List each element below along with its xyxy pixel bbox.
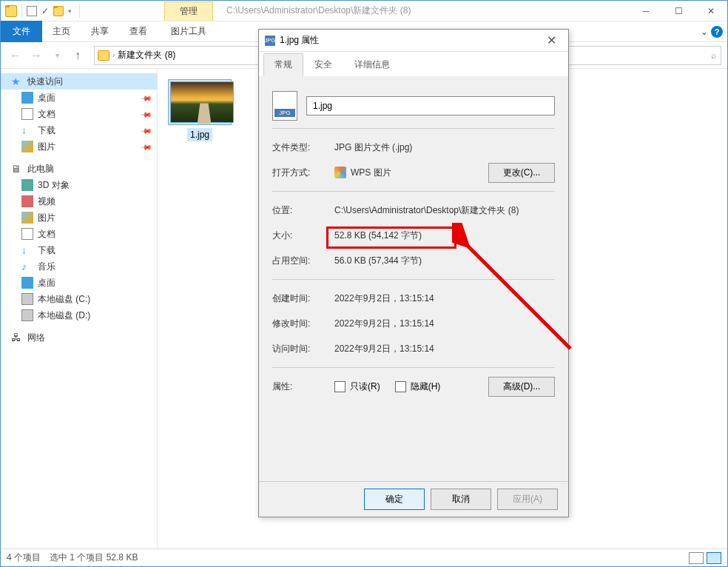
sidebar-label: 本地磁盘 (D:): [38, 309, 90, 322]
tab-details[interactable]: 详细信息: [343, 53, 401, 76]
dialog-tabs: 常规 安全 详细信息: [259, 52, 568, 76]
help-icon[interactable]: ?: [711, 26, 723, 38]
pin-icon: 📌: [141, 124, 152, 136]
sidebar-label: 桌面: [38, 92, 55, 104]
pin-icon: 📌: [141, 108, 152, 120]
sidebar-label: 文档: [38, 228, 55, 241]
modified-value: 2022年9月2日，13:15:14: [334, 318, 555, 330]
cancel-button[interactable]: 取消: [431, 489, 491, 510]
breadcrumb-folder[interactable]: 新建文件夹 (8): [118, 49, 175, 61]
sidebar-label: 音乐: [38, 261, 55, 273]
maximize-button[interactable]: ☐: [662, 1, 695, 21]
sidebar-thispc[interactable]: 🖥此电脑: [1, 161, 157, 177]
search-icon: ⌕: [711, 50, 716, 61]
sidebar-downloads2[interactable]: ↓下载: [1, 242, 157, 258]
video-icon: [21, 195, 33, 207]
sidebar-3d[interactable]: 3D 对象: [1, 177, 157, 193]
sidebar-label: 下载: [38, 244, 55, 257]
thumbnail-view-button[interactable]: [707, 552, 721, 564]
sidebar-downloads[interactable]: ↓下载📌: [1, 122, 157, 138]
sidebar-quick-access[interactable]: ★快速访问: [1, 73, 157, 90]
tab-security[interactable]: 安全: [303, 53, 343, 76]
sidebar-desktop2[interactable]: 桌面: [1, 275, 157, 291]
sidebar-documents2[interactable]: 文档: [1, 226, 157, 242]
sidebar-label: 图片: [38, 212, 55, 224]
properties-icon[interactable]: [27, 6, 37, 16]
dialog-footer: 确定 取消 应用(A): [259, 481, 568, 517]
view-tab[interactable]: 查看: [119, 21, 158, 42]
home-tab[interactable]: 主页: [42, 21, 81, 42]
sidebar: ★快速访问 桌面📌 文档📌 ↓下载📌 图片📌 🖥此电脑 3D 对象 视频 图片 …: [1, 69, 158, 550]
search-box[interactable]: ⌕: [551, 46, 721, 65]
sidebar-music[interactable]: ♪音乐: [1, 258, 157, 275]
dialog-titlebar[interactable]: JPG 1.jpg 属性 ✕: [259, 30, 568, 52]
quick-access-toolbar: ✓ ▾: [1, 4, 87, 18]
sidebar-documents[interactable]: 文档📌: [1, 106, 157, 122]
sidebar-diskc[interactable]: 本地磁盘 (C:): [1, 291, 157, 307]
separator: [272, 191, 555, 192]
wps-icon: [334, 167, 346, 178]
dialog-close-button[interactable]: ✕: [541, 33, 562, 47]
share-tab[interactable]: 共享: [81, 21, 119, 42]
picture-icon: [21, 212, 33, 224]
status-selection: 选中 1 个项目 52.8 KB: [50, 551, 138, 564]
network-icon: 🖧: [11, 332, 23, 343]
ok-button[interactable]: 确定: [364, 489, 425, 510]
sidebar-label: 本地磁盘 (C:): [38, 293, 90, 306]
advanced-button[interactable]: 高级(D)...: [488, 377, 555, 397]
details-view-button[interactable]: [689, 552, 704, 564]
ribbon-expand-icon[interactable]: ⌄: [701, 27, 708, 37]
thumbnail-image: [170, 81, 234, 123]
jpg-icon: JPG: [265, 36, 275, 46]
status-item-count: 4 个项目: [7, 551, 41, 564]
created-label: 创建时间:: [272, 292, 334, 305]
filetype-value: JPG 图片文件 (.jpg): [334, 141, 555, 154]
folder-icon: [98, 50, 109, 61]
history-dropdown[interactable]: ▾: [48, 47, 66, 64]
tab-general[interactable]: 常规: [263, 53, 303, 76]
forward-button[interactable]: →: [27, 47, 45, 64]
openwith-label: 打开方式:: [272, 167, 334, 179]
sidebar-pictures[interactable]: 图片📌: [1, 138, 157, 155]
hidden-checkbox[interactable]: 隐藏(H): [395, 380, 441, 393]
created-value: 2022年9月2日，13:15:14: [334, 292, 555, 305]
download-icon: ↓: [21, 244, 33, 256]
checkmark-icon: ✓: [41, 6, 49, 16]
size-value: 52.8 KB (54,142 字节): [334, 229, 555, 242]
file-label[interactable]: 1.jpg: [187, 128, 212, 141]
minimize-button[interactable]: ─: [630, 1, 662, 21]
picture-tools-tab[interactable]: 图片工具: [161, 21, 217, 42]
window-controls: ─ ☐ ✕: [630, 1, 727, 21]
dialog-body: 1.jpg 文件类型: JPG 图片文件 (.jpg) 打开方式: WPS 图片…: [259, 76, 568, 412]
close-button[interactable]: ✕: [695, 1, 727, 21]
readonly-checkbox[interactable]: 只读(R): [334, 380, 380, 393]
picture-icon: [21, 141, 33, 152]
sidebar-label: 视频: [38, 195, 55, 208]
filename-input[interactable]: 1.jpg: [306, 96, 555, 115]
sidebar-network[interactable]: 🖧网络: [1, 329, 157, 346]
sidebar-desktop[interactable]: 桌面📌: [1, 90, 157, 106]
separator: [21, 4, 22, 18]
sidebar-video[interactable]: 视频: [1, 193, 157, 209]
window-title-path: C:\Users\Administrator\Desktop\新建文件夹 (8): [226, 4, 411, 17]
sidebar-pictures2[interactable]: 图片: [1, 209, 157, 226]
qat-dropdown-icon[interactable]: ▾: [68, 7, 72, 15]
chevron-right-icon[interactable]: ›: [112, 51, 115, 59]
apply-button[interactable]: 应用(A): [497, 489, 558, 510]
up-button[interactable]: ↑: [69, 47, 87, 64]
accessed-value: 2022年9月2日，13:15:14: [334, 343, 555, 355]
statusbar: 4 个项目 选中 1 个项目 52.8 KB: [1, 548, 727, 566]
back-button[interactable]: ←: [7, 47, 24, 64]
folder-icon: [5, 5, 17, 17]
separator: [272, 128, 555, 129]
change-button[interactable]: 更改(C)...: [488, 163, 555, 183]
download-icon: ↓: [21, 124, 33, 136]
sidebar-label: 桌面: [38, 277, 55, 289]
file-tab[interactable]: 文件: [1, 21, 42, 42]
sidebar-diskd[interactable]: 本地磁盘 (D:): [1, 307, 157, 323]
disk-icon: [21, 293, 33, 305]
qat-folder-icon[interactable]: [53, 6, 64, 16]
file-type-icon: [272, 91, 297, 121]
separator: [79, 4, 80, 18]
file-thumbnail[interactable]: 1.jpg: [168, 79, 232, 141]
